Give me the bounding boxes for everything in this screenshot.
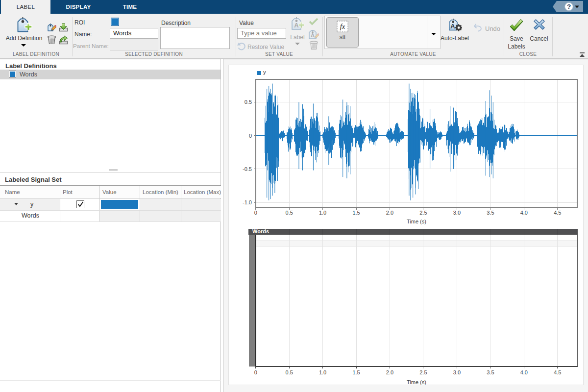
svg-text:A: A: [450, 23, 455, 30]
svg-text:2.5: 2.5: [419, 210, 427, 216]
svg-text:2.0: 2.0: [386, 369, 393, 375]
svg-text:0.5: 0.5: [286, 369, 293, 375]
svg-text:1.0: 1.0: [319, 210, 326, 216]
svg-text:0.5: 0.5: [286, 210, 293, 216]
svg-text:1.5: 1.5: [352, 369, 360, 375]
svg-text:4.5: 4.5: [554, 210, 561, 216]
svg-text:0: 0: [254, 369, 257, 375]
svg-text:3.0: 3.0: [453, 210, 461, 216]
svg-text:0.5: 0.5: [245, 99, 252, 105]
svg-text:4.0: 4.0: [520, 210, 528, 216]
svg-text:3.5: 3.5: [487, 210, 494, 216]
svg-text:Time (s): Time (s): [407, 379, 426, 385]
svg-text:1.5: 1.5: [352, 210, 360, 216]
svg-text:2.0: 2.0: [386, 210, 393, 216]
svg-text:Words: Words: [252, 228, 269, 234]
svg-text:fx: fx: [340, 23, 345, 30]
svg-text:3.0: 3.0: [453, 369, 461, 375]
svg-text:-0.5: -0.5: [243, 166, 252, 172]
svg-text:1.0: 1.0: [319, 369, 326, 375]
svg-text:2.5: 2.5: [419, 369, 427, 375]
svg-text:4.0: 4.0: [520, 369, 528, 375]
svg-text:A: A: [311, 32, 315, 38]
svg-text:Time (s): Time (s): [407, 219, 426, 224]
svg-text:3.5: 3.5: [487, 369, 494, 375]
svg-text:4.5: 4.5: [554, 369, 561, 375]
svg-text:-1.0: -1.0: [243, 199, 252, 205]
svg-text:?: ?: [567, 3, 571, 10]
svg-text:0: 0: [249, 133, 252, 139]
svg-text:0: 0: [254, 210, 257, 216]
